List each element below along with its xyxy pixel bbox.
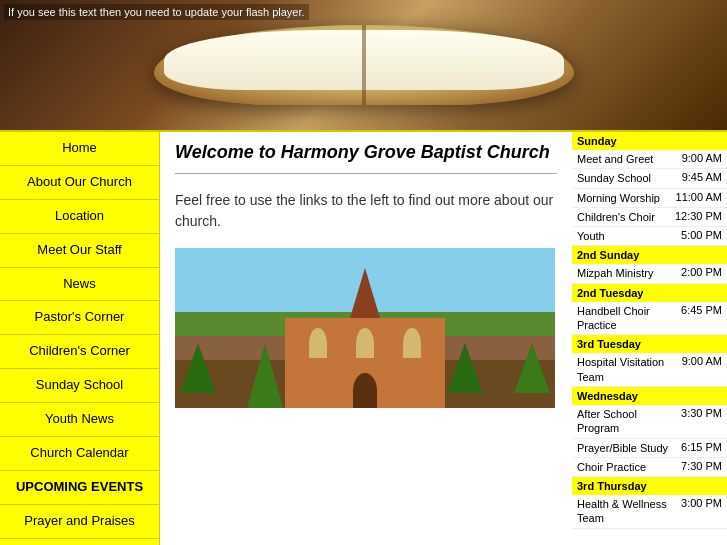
tree-1 <box>180 343 216 393</box>
schedule-day-3rd-tuesday: 3rd Tuesday <box>572 335 727 353</box>
schedule-item-time: 6:15 PM <box>681 441 722 455</box>
sidebar-item-prayer[interactable]: Prayer and Praises <box>0 505 159 539</box>
schedule-item: Meet and Greet9:00 AM <box>572 150 727 169</box>
tree-2 <box>247 343 283 408</box>
schedule-day-wednesday: Wednesday <box>572 387 727 405</box>
schedule-day-sunday: Sunday <box>572 132 727 150</box>
schedule-item: Children's Choir12:30 PM <box>572 208 727 227</box>
schedule-panel: SundayMeet and Greet9:00 AMSunday School… <box>572 132 727 545</box>
church-photo <box>175 248 555 408</box>
sidebar-item-staff[interactable]: Meet Our Staff <box>0 234 159 268</box>
bible-spine <box>362 25 366 105</box>
schedule-item: Hospital Visitation Team9:00 AM <box>572 353 727 387</box>
schedule-item-name: Choir Practice <box>577 460 681 474</box>
schedule-item: Mizpah Ministry2:00 PM <box>572 264 727 283</box>
sidebar-item-youth[interactable]: Youth News <box>0 403 159 437</box>
bible-shape <box>154 25 574 105</box>
tree-5 <box>447 343 483 393</box>
schedule-item-time: 3:30 PM <box>681 407 722 436</box>
church-window-2 <box>356 328 374 358</box>
schedule-item-time: 9:45 AM <box>682 171 722 185</box>
content-description: Feel free to use the links to the left t… <box>175 190 557 232</box>
schedule-item-time: 11:00 AM <box>676 191 722 205</box>
flash-banner: If you see this text then you need to up… <box>0 0 727 130</box>
sidebar-item-news[interactable]: News <box>0 268 159 302</box>
schedule-item: Sunday School9:45 AM <box>572 169 727 188</box>
schedule-day-2nd-tuesday: 2nd Tuesday <box>572 284 727 302</box>
main-layout: Home About Our Church Location Meet Our … <box>0 130 727 545</box>
church-windows <box>285 318 445 358</box>
church-building <box>285 318 445 408</box>
schedule-item-name: Meet and Greet <box>577 152 682 166</box>
sidebar-item-sunday-school[interactable]: Sunday School <box>0 369 159 403</box>
content-divider <box>175 173 557 174</box>
schedule-item-name: Children's Choir <box>577 210 675 224</box>
schedule-item-name: Mizpah Ministry <box>577 266 681 280</box>
schedule-item-name: Handbell Choir Practice <box>577 304 681 333</box>
schedule-item: After School Program3:30 PM <box>572 405 727 439</box>
schedule-item: Prayer/Bible Study6:15 PM <box>572 439 727 458</box>
schedule-item-time: 12:30 PM <box>675 210 722 224</box>
schedule-item: Morning Worship11:00 AM <box>572 189 727 208</box>
schedule-item-time: 9:00 AM <box>682 152 722 166</box>
sidebar-item-about[interactable]: About Our Church <box>0 166 159 200</box>
tree-6 <box>514 343 550 393</box>
schedule-item-name: Prayer/Bible Study <box>577 441 681 455</box>
schedule-item-time: 2:00 PM <box>681 266 722 280</box>
sidebar: Home About Our Church Location Meet Our … <box>0 132 160 545</box>
schedule-item-name: Youth <box>577 229 681 243</box>
schedule-item-name: Hospital Visitation Team <box>577 355 682 384</box>
schedule-day-3rd-thursday: 3rd Thursday <box>572 477 727 495</box>
schedule-item-name: Sunday School <box>577 171 682 185</box>
sidebar-item-home[interactable]: Home <box>0 132 159 166</box>
flash-text: If you see this text then you need to up… <box>4 4 309 20</box>
sidebar-item-children[interactable]: Children's Corner <box>0 335 159 369</box>
schedule-item-time: 7:30 PM <box>681 460 722 474</box>
sidebar-item-facebook[interactable]: Harmony Grove Facebook Link <box>0 539 159 545</box>
schedule-item-name: After School Program <box>577 407 681 436</box>
schedule-item: Handbell Choir Practice6:45 PM <box>572 302 727 336</box>
church-window-3 <box>403 328 421 358</box>
schedule-item-name: Health & Wellness Team <box>577 497 681 526</box>
schedule-item-time: 5:00 PM <box>681 229 722 243</box>
sidebar-item-calendar[interactable]: Church Calendar <box>0 437 159 471</box>
schedule-item-name: Morning Worship <box>577 191 676 205</box>
schedule-item: Choir Practice7:30 PM <box>572 458 727 477</box>
schedule-item: Youth5:00 PM <box>572 227 727 246</box>
main-content: Welcome to Harmony Grove Baptist Church … <box>160 132 572 545</box>
sidebar-item-location[interactable]: Location <box>0 200 159 234</box>
church-steeple <box>350 268 380 318</box>
schedule-item-time: 6:45 PM <box>681 304 722 333</box>
page-title: Welcome to Harmony Grove Baptist Church <box>175 142 557 163</box>
sidebar-item-pastor[interactable]: Pastor's Corner <box>0 301 159 335</box>
sidebar-item-events[interactable]: UPCOMING EVENTS <box>0 471 159 505</box>
schedule-item: Health & Wellness Team3:00 PM <box>572 495 727 529</box>
schedule-day-2nd-sunday: 2nd Sunday <box>572 246 727 264</box>
schedule-item-time: 9:00 AM <box>682 355 722 384</box>
schedule-item-time: 3:00 PM <box>681 497 722 526</box>
church-door <box>353 373 377 408</box>
church-window-1 <box>309 328 327 358</box>
